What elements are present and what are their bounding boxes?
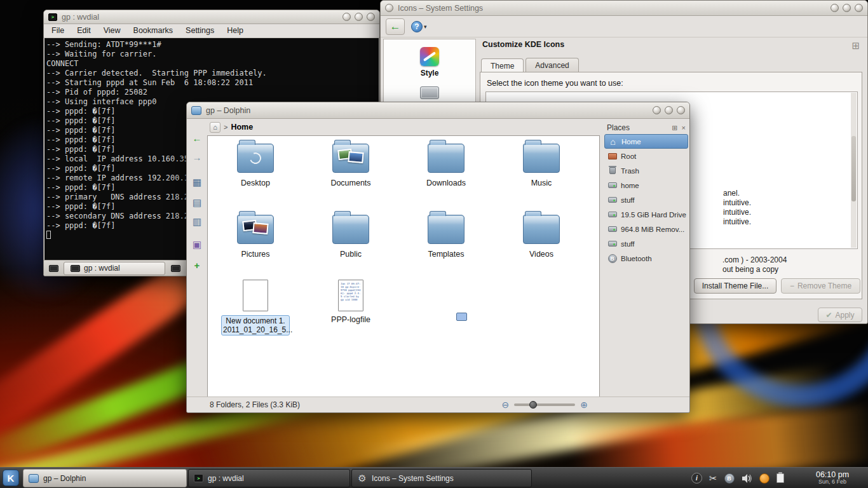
- back-button[interactable]: ←: [386, 18, 405, 35]
- sidebar-item-style[interactable]: Style: [384, 47, 475, 78]
- places-panel: Places ⊞ × ⌂Home Root Trash home stuff 1…: [604, 121, 688, 398]
- zoom-out-icon[interactable]: ⊖: [502, 400, 510, 410]
- minimize-button[interactable]: [342, 13, 351, 21]
- folder-item-downloads[interactable]: Downloads: [411, 144, 481, 187]
- folder-label: Pictures: [220, 250, 290, 259]
- place-item-hard-drive[interactable]: 19.5 GiB Hard Drive: [604, 207, 688, 222]
- sidebar-item-partial-icon[interactable]: [420, 86, 439, 99]
- app-launcher-button[interactable]: K: [0, 468, 22, 488]
- split-view-button[interactable]: ▣: [189, 237, 205, 252]
- dolphin-icon-view[interactable]: Desktop Documents Downloads Music Pictur…: [207, 135, 600, 398]
- place-item-bluetooth[interactable]: BBluetooth: [604, 251, 688, 266]
- maximize-button[interactable]: [843, 4, 851, 12]
- place-item-stuff-2[interactable]: stuff: [604, 236, 688, 251]
- panel-close-icon[interactable]: ×: [682, 124, 686, 132]
- updates-tray-icon[interactable]: [759, 473, 770, 484]
- window-menu-button[interactable]: [385, 4, 393, 12]
- breadcrumb-separator: >: [224, 123, 227, 131]
- place-item-trash[interactable]: Trash: [604, 163, 688, 178]
- remove-theme-button[interactable]: −Remove Theme: [781, 278, 860, 294]
- menu-help[interactable]: Help: [227, 26, 243, 35]
- overview-grid-icon[interactable]: ⊞: [851, 40, 860, 51]
- home-icon: ⌂: [213, 123, 217, 131]
- folder-item-documents[interactable]: Documents: [316, 144, 386, 187]
- klipper-scissors-icon[interactable]: ✂: [709, 473, 717, 484]
- list-scrollbar[interactable]: [851, 93, 857, 248]
- place-item-removable[interactable]: 964.8 MiB Remov...: [604, 222, 688, 236]
- file-item-new-document[interactable]: New document 1. 2011_01_20_16_5...: [220, 280, 290, 336]
- folder-item-desktop[interactable]: Desktop: [220, 144, 290, 187]
- menu-file[interactable]: File: [51, 26, 64, 35]
- apply-button[interactable]: ✔Apply: [818, 308, 862, 322]
- place-item-home[interactable]: ⌂Home: [604, 134, 688, 149]
- folder-icon: [332, 215, 369, 244]
- taskbar-item-system-settings[interactable]: ⚙ Icons – System Settings: [351, 469, 532, 487]
- add-button[interactable]: +: [189, 257, 205, 273]
- plus-icon: +: [194, 260, 200, 271]
- menu-view[interactable]: View: [104, 26, 121, 35]
- bluetooth-tray-icon[interactable]: B: [724, 473, 735, 484]
- zoom-slider-handle[interactable]: [529, 401, 537, 409]
- close-button[interactable]: [367, 13, 375, 21]
- breadcrumb-home[interactable]: Home: [231, 123, 253, 132]
- help-button[interactable]: ? ▾: [411, 21, 427, 32]
- folder-item-templates[interactable]: Templates: [411, 215, 481, 259]
- taskbar-item-wvdial[interactable]: > gp : wvdial: [188, 469, 350, 487]
- minimize-button[interactable]: [831, 4, 839, 12]
- theme-list-text: anel.: [723, 189, 740, 198]
- panel-detach-icon[interactable]: ⊞: [672, 124, 677, 132]
- icons-view-button[interactable]: ▦: [189, 175, 205, 190]
- close-button[interactable]: [855, 4, 863, 12]
- zoom-slider[interactable]: [514, 403, 575, 406]
- volume-icon[interactable]: [742, 473, 752, 484]
- details-view-button[interactable]: ▤: [189, 195, 205, 210]
- home-icon: ⌂: [608, 137, 618, 146]
- konsole-titlebar[interactable]: > gp : wvdial: [44, 10, 379, 24]
- folder-label: Documents: [316, 179, 386, 187]
- menu-settings[interactable]: Settings: [186, 26, 214, 35]
- places-root-button[interactable]: ⌂: [210, 122, 220, 133]
- place-item-home-partition[interactable]: home: [604, 178, 688, 193]
- menu-edit[interactable]: Edit: [77, 26, 91, 35]
- settings-titlebar[interactable]: Icons – System Settings: [381, 1, 867, 16]
- konsole-tab[interactable]: gp : wvdial: [64, 262, 165, 275]
- columns-view-button[interactable]: ▥: [189, 214, 205, 229]
- terminal-cursor: [46, 231, 51, 239]
- zoom-in-icon[interactable]: ⊕: [580, 400, 588, 410]
- maximize-button[interactable]: [665, 106, 673, 114]
- folder-item-pictures[interactable]: Pictures: [220, 215, 290, 259]
- clock[interactable]: 06:10 pm Sun, 6 Feb: [802, 468, 863, 488]
- taskbar-item-dolphin[interactable]: gp – Dolphin: [23, 469, 187, 487]
- window-dolphin: gp – Dolphin ← → ▦ ▤ ▥ ▣ + ⌂ > Home: [186, 102, 690, 413]
- folder-label: Desktop: [220, 179, 290, 187]
- columns-view-icon: ▥: [193, 216, 201, 227]
- sidebar-item-label: Style: [384, 69, 475, 78]
- place-item-stuff[interactable]: stuff: [604, 193, 688, 207]
- close-button[interactable]: [677, 106, 685, 114]
- dolphin-titlebar[interactable]: gp – Dolphin: [187, 102, 689, 119]
- notifications-icon[interactable]: i: [691, 473, 702, 484]
- maximize-button[interactable]: [355, 13, 363, 21]
- clipboard-icon[interactable]: [776, 473, 784, 483]
- folder-item-public[interactable]: Public: [316, 215, 386, 259]
- tab-list-button[interactable]: [168, 261, 183, 276]
- tab-advanced[interactable]: Advanced: [526, 58, 578, 73]
- folder-label: Videos: [506, 250, 576, 259]
- folder-item-music[interactable]: Music: [506, 144, 576, 187]
- forward-button[interactable]: →: [189, 149, 205, 165]
- install-theme-button[interactable]: Install Theme File...: [694, 278, 776, 294]
- folder-icon: [237, 215, 274, 244]
- folder-icon: [237, 144, 274, 173]
- folder-item-videos[interactable]: Videos: [506, 215, 576, 259]
- terminal-line: --> Sending: ATDT*99***1#: [46, 40, 377, 50]
- icons-view-icon: ▦: [193, 177, 201, 188]
- new-tab-button[interactable]: [46, 261, 61, 276]
- minimize-button[interactable]: [653, 106, 661, 114]
- terminal-line: CONNECT: [46, 59, 377, 69]
- back-button[interactable]: ←: [189, 130, 205, 146]
- place-item-root[interactable]: Root: [604, 149, 688, 163]
- folder-icon: [523, 144, 560, 173]
- file-item-ppp-logfile[interactable]: Jan 17 09:47:18 gp-Aspire-5738 pppd[1946…: [316, 280, 386, 324]
- menu-bookmarks[interactable]: Bookmarks: [133, 26, 173, 35]
- check-icon: ✔: [825, 311, 832, 320]
